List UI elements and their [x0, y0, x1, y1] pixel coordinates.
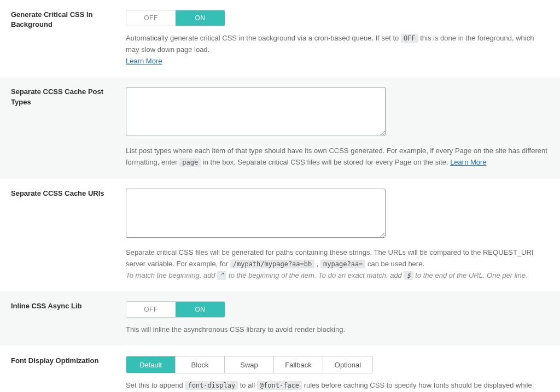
tab-group: Default Block Swap Fallback Optional	[126, 356, 373, 373]
note-text: To match the beginning, add ^ to the beg…	[126, 271, 528, 279]
tab-block[interactable]: Block	[176, 356, 225, 373]
post-types-textarea[interactable]	[126, 87, 386, 136]
toggle-off[interactable]: OFF	[126, 10, 176, 26]
inline-code: /mypath/mypage?aa=bb	[230, 260, 315, 268]
control-column: OFF ON Automatically generate critical C…	[126, 10, 549, 67]
control-column: Separate critical CSS files will be gene…	[126, 189, 549, 281]
setting-row-font-display-optimization: Font Display Optimization Default Block …	[0, 346, 560, 392]
label-column: Generate Critical CSS In Background	[11, 10, 126, 67]
inline-code: @font-face	[257, 381, 302, 390]
toggle-off[interactable]: OFF	[126, 302, 176, 317]
desc-text: Automatically generate critical CSS in t…	[126, 34, 401, 42]
toggle-on[interactable]: ON	[176, 302, 225, 317]
toggle-on[interactable]: ON	[176, 10, 225, 26]
control-column: Default Block Swap Fallback Optional Set…	[126, 356, 549, 392]
desc-text: ,	[314, 260, 320, 268]
uris-textarea[interactable]	[126, 189, 386, 238]
control-column: List post types where each item of that …	[126, 87, 549, 168]
inline-code: OFF	[401, 34, 418, 43]
setting-row-separate-ccss-uris: Separate CCSS Cache URIs Separate critic…	[0, 179, 560, 291]
description: Separate critical CSS files will be gene…	[126, 247, 549, 281]
description: This will inline the asynchronous CSS li…	[126, 324, 549, 336]
inline-code: ^	[217, 271, 226, 280]
control-column: OFF ON This will inline the asynchronous…	[126, 301, 549, 336]
desc-text: to all	[238, 381, 257, 389]
setting-row-generate-critical-css-bg: Generate Critical CSS In Background OFF …	[0, 0, 560, 77]
desc-text: can be used here.	[365, 260, 424, 268]
inline-code: page	[179, 158, 201, 167]
setting-label: Generate Critical CSS In Background	[11, 10, 115, 30]
label-column: Separate CCSS Cache Post Types	[11, 87, 126, 168]
tab-optional[interactable]: Optional	[323, 356, 372, 373]
toggle-group: OFF ON	[126, 10, 225, 26]
tab-default[interactable]: Default	[126, 356, 176, 373]
inline-code: $	[404, 271, 413, 280]
setting-label: Inline CSS Async Lib	[11, 301, 115, 311]
tab-swap[interactable]: Swap	[225, 356, 274, 373]
label-column: Inline CSS Async Lib	[11, 301, 126, 336]
toggle-group: OFF ON	[126, 301, 225, 318]
setting-label: Separate CCSS Cache Post Types	[11, 87, 115, 107]
learn-more-link[interactable]: Learn More	[126, 57, 162, 65]
setting-label: Separate CCSS Cache URIs	[11, 189, 115, 198]
setting-row-separate-ccss-post-types: Separate CCSS Cache Post Types List post…	[0, 77, 560, 179]
setting-row-inline-css-async-lib: Inline CSS Async Lib OFF ON This will in…	[0, 291, 560, 346]
desc-text: in the box. Separate critical CSS files …	[201, 158, 450, 166]
setting-label: Font Display Optimization	[11, 356, 115, 366]
inline-code: font-display	[185, 381, 238, 390]
description: Automatically generate critical CSS in t…	[126, 33, 549, 67]
tab-fallback[interactable]: Fallback	[274, 356, 323, 373]
label-column: Font Display Optimization	[11, 356, 126, 392]
learn-more-link[interactable]: Learn More	[450, 158, 486, 166]
label-column: Separate CCSS Cache URIs	[11, 189, 126, 281]
description: Set this to append font-display to all @…	[126, 380, 549, 392]
inline-code: mypage?aa=	[320, 260, 365, 268]
desc-text: Set this to append	[126, 381, 185, 389]
description: List post types where each item of that …	[126, 145, 549, 168]
